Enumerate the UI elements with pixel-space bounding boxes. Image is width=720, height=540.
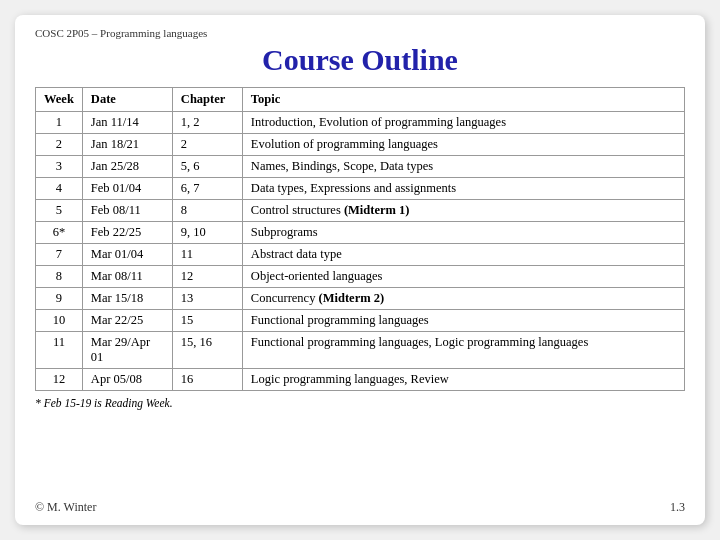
cell-week: 5 — [36, 200, 83, 222]
cell-chapter: 8 — [172, 200, 242, 222]
cell-topic: Control structures (Midterm 1) — [242, 200, 684, 222]
cell-topic: Concurrency (Midterm 2) — [242, 288, 684, 310]
top-label: COSC 2P05 – Programming languages — [35, 27, 685, 39]
header-topic: Topic — [242, 88, 684, 112]
cell-week: 1 — [36, 112, 83, 134]
footer: © M. Winter 1.3 — [35, 496, 685, 515]
table-row: 7Mar 01/0411Abstract data type — [36, 244, 685, 266]
cell-date: Mar 01/04 — [82, 244, 172, 266]
table-row: 12Apr 05/0816Logic programming languages… — [36, 369, 685, 391]
cell-chapter: 6, 7 — [172, 178, 242, 200]
cell-date: Mar 15/18 — [82, 288, 172, 310]
cell-date: Mar 29/Apr 01 — [82, 332, 172, 369]
table-row: 10Mar 22/2515Functional programming lang… — [36, 310, 685, 332]
cell-chapter: 5, 6 — [172, 156, 242, 178]
header-date: Date — [82, 88, 172, 112]
footnote: * Feb 15-19 is Reading Week. — [35, 397, 685, 409]
cell-week: 3 — [36, 156, 83, 178]
table-row: 9Mar 15/1813Concurrency (Midterm 2) — [36, 288, 685, 310]
cell-topic: Logic programming languages, Review — [242, 369, 684, 391]
cell-week: 9 — [36, 288, 83, 310]
table-row: 1Jan 11/141, 2Introduction, Evolution of… — [36, 112, 685, 134]
cell-date: Jan 11/14 — [82, 112, 172, 134]
cell-chapter: 2 — [172, 134, 242, 156]
cell-week: 4 — [36, 178, 83, 200]
table-row: 4Feb 01/046, 7Data types, Expressions an… — [36, 178, 685, 200]
cell-week: 7 — [36, 244, 83, 266]
cell-topic: Introduction, Evolution of programming l… — [242, 112, 684, 134]
cell-chapter: 1, 2 — [172, 112, 242, 134]
cell-chapter: 11 — [172, 244, 242, 266]
cell-topic: Names, Bindings, Scope, Data types — [242, 156, 684, 178]
cell-date: Feb 01/04 — [82, 178, 172, 200]
cell-date: Jan 25/28 — [82, 156, 172, 178]
cell-week: 8 — [36, 266, 83, 288]
cell-chapter: 9, 10 — [172, 222, 242, 244]
cell-date: Mar 22/25 — [82, 310, 172, 332]
cell-topic: Subprograms — [242, 222, 684, 244]
table-row: 2Jan 18/212Evolution of programming lang… — [36, 134, 685, 156]
cell-date: Jan 18/21 — [82, 134, 172, 156]
cell-topic: Abstract data type — [242, 244, 684, 266]
table-header-row: Week Date Chapter Topic — [36, 88, 685, 112]
footer-left: © M. Winter — [35, 500, 96, 515]
cell-chapter: 16 — [172, 369, 242, 391]
cell-chapter: 15, 16 — [172, 332, 242, 369]
cell-week: 6* — [36, 222, 83, 244]
header-chapter: Chapter — [172, 88, 242, 112]
course-table: Week Date Chapter Topic 1Jan 11/141, 2In… — [35, 87, 685, 391]
table-row: 11Mar 29/Apr 0115, 16Functional programm… — [36, 332, 685, 369]
cell-week: 2 — [36, 134, 83, 156]
cell-topic: Object-oriented languages — [242, 266, 684, 288]
table-row: 8Mar 08/1112Object-oriented languages — [36, 266, 685, 288]
cell-date: Feb 08/11 — [82, 200, 172, 222]
table-row: 5Feb 08/118Control structures (Midterm 1… — [36, 200, 685, 222]
cell-topic: Functional programming languages, Logic … — [242, 332, 684, 369]
cell-date: Mar 08/11 — [82, 266, 172, 288]
page-title: Course Outline — [35, 43, 685, 77]
cell-week: 11 — [36, 332, 83, 369]
cell-chapter: 12 — [172, 266, 242, 288]
cell-week: 12 — [36, 369, 83, 391]
cell-chapter: 13 — [172, 288, 242, 310]
cell-chapter: 15 — [172, 310, 242, 332]
cell-week: 10 — [36, 310, 83, 332]
table-row: 3Jan 25/285, 6Names, Bindings, Scope, Da… — [36, 156, 685, 178]
cell-topic: Functional programming languages — [242, 310, 684, 332]
footer-right: 1.3 — [670, 500, 685, 515]
cell-date: Feb 22/25 — [82, 222, 172, 244]
slide: COSC 2P05 – Programming languages Course… — [15, 15, 705, 525]
table-row: 6*Feb 22/259, 10Subprograms — [36, 222, 685, 244]
cell-date: Apr 05/08 — [82, 369, 172, 391]
header-week: Week — [36, 88, 83, 112]
cell-topic: Evolution of programming languages — [242, 134, 684, 156]
cell-topic: Data types, Expressions and assignments — [242, 178, 684, 200]
